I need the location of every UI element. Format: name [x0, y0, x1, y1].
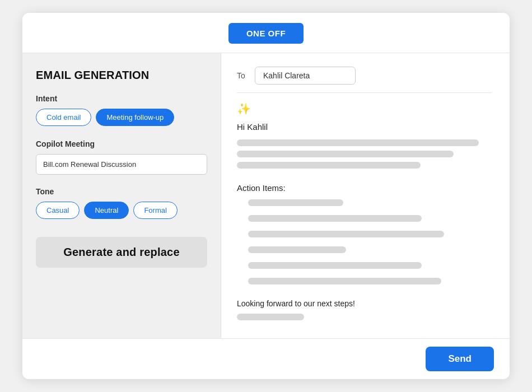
action-skeleton-2: [248, 215, 422, 222]
action-item-5: [248, 258, 492, 269]
action-items-list: [237, 199, 492, 289]
tone-neutral[interactable]: Neutral: [84, 202, 129, 219]
copilot-input[interactable]: [36, 154, 207, 175]
signature-skeleton: [237, 314, 304, 320]
action-item-4: [248, 246, 492, 253]
panel-title: EMAIL GENERATION: [36, 69, 207, 82]
action-item-2: [248, 211, 492, 222]
send-button[interactable]: Send: [426, 347, 494, 371]
tone-label: Tone: [36, 187, 207, 196]
intent-cold-email[interactable]: Cold email: [36, 109, 91, 126]
left-panel: EMAIL GENERATION Intent Cold email Meeti…: [22, 53, 221, 338]
main-container: ONE OFF EMAIL GENERATION Intent Cold ema…: [22, 13, 510, 379]
body-layout: EMAIL GENERATION Intent Cold email Meeti…: [22, 53, 510, 338]
action-skeleton-6: [248, 278, 441, 284]
skeleton-line-3: [237, 162, 421, 169]
action-skeleton-1: [248, 199, 343, 206]
action-skeleton-3: [248, 231, 444, 237]
tone-group: Casual Neutral Formal: [36, 202, 207, 219]
tone-casual[interactable]: Casual: [36, 202, 80, 219]
greeting-text: Hi Kahlil: [237, 122, 492, 132]
top-bar: ONE OFF: [22, 13, 510, 53]
magic-icon: ✨: [237, 102, 492, 115]
copilot-section: Copilot Meeting: [36, 139, 207, 175]
intent-meeting-followup[interactable]: Meeting follow-up: [96, 109, 174, 126]
bottom-bar: Send: [22, 338, 510, 379]
tone-section: Tone Casual Neutral Formal: [36, 187, 207, 219]
to-row: To: [237, 67, 492, 93]
action-skeleton-4: [248, 246, 346, 253]
right-panel: To ✨ Hi Kahlil Action Items:: [221, 53, 510, 338]
action-skeleton-5: [248, 262, 422, 269]
to-input[interactable]: [255, 67, 356, 85]
closing-text: Looking forward to our next steps!: [237, 299, 492, 308]
skeleton-line-2: [237, 151, 454, 157]
generate-replace-button[interactable]: Generate and replace: [36, 237, 207, 268]
skeleton-line-1: [237, 139, 479, 146]
intent-group: Cold email Meeting follow-up: [36, 109, 207, 126]
action-item-3: [248, 226, 492, 237]
body-skeleton-block: [237, 139, 492, 173]
to-label: To: [237, 71, 248, 80]
intent-label: Intent: [36, 94, 207, 103]
intent-section: Intent Cold email Meeting follow-up: [36, 94, 207, 126]
tone-formal[interactable]: Formal: [133, 202, 177, 219]
action-item-6: [248, 273, 492, 284]
action-items-label: Action Items:: [237, 183, 492, 193]
one-off-button[interactable]: ONE OFF: [228, 23, 304, 44]
action-item-1: [248, 199, 492, 206]
copilot-label: Copilot Meeting: [36, 139, 207, 148]
